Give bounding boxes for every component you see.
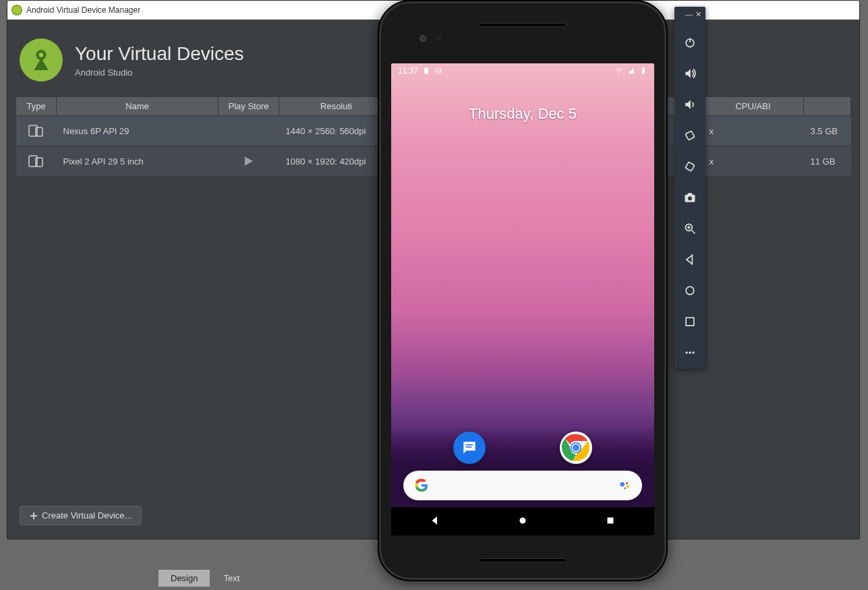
speaker-bottom (479, 558, 567, 562)
rotate-left-button[interactable] (681, 126, 699, 145)
overview-button[interactable] (681, 312, 699, 331)
rotate-right-button[interactable] (681, 157, 699, 176)
emulator-screen[interactable]: 11:37 Thursday, Dec 5 (391, 63, 654, 535)
col-size[interactable] (804, 97, 851, 116)
tab-text[interactable]: Text (211, 570, 252, 587)
svg-point-38 (692, 351, 694, 353)
app-messages[interactable] (453, 432, 486, 464)
volume-down-icon (683, 98, 697, 111)
speaker-top (479, 23, 567, 27)
svg-point-21 (520, 517, 526, 523)
back-icon (683, 253, 697, 266)
device-cpu: x (703, 116, 804, 146)
svg-point-28 (688, 196, 692, 200)
window-title: Android Virtual Device Manager (26, 5, 140, 15)
svg-point-34 (686, 287, 694, 295)
power-button[interactable] (681, 33, 699, 52)
play-store-cell (219, 116, 279, 146)
sensor (436, 35, 442, 40)
page-title: Your Virtual Devices (75, 43, 244, 65)
battery-icon (639, 67, 647, 75)
col-type[interactable]: Type (16, 97, 57, 116)
google-g-icon (414, 478, 429, 493)
overview-icon (683, 315, 697, 328)
android-studio-logo-icon (20, 38, 63, 82)
svg-point-20 (625, 488, 627, 490)
device-name: Nexus 6P API 29 (57, 116, 219, 146)
assistant-icon (618, 479, 631, 492)
zoom-icon (683, 222, 697, 235)
chrome-icon (561, 433, 591, 463)
sim-icon (422, 67, 430, 75)
volume-up-icon (683, 67, 697, 80)
device-resolution: 1440 × 2560: 560dpi (279, 116, 394, 146)
page-subtitle: Android Studio (75, 67, 244, 78)
nav-home-button[interactable] (517, 514, 529, 529)
tab-design[interactable]: Design (158, 570, 210, 587)
col-play-store[interactable]: Play Store (219, 97, 279, 116)
svg-point-16 (573, 444, 579, 451)
svg-rect-25 (685, 131, 695, 140)
editor-tabs: Design Text (158, 570, 252, 587)
plus-icon (30, 512, 38, 520)
svg-point-37 (689, 351, 691, 353)
wifi-icon (615, 67, 623, 75)
toolbar-minimize-button[interactable]: — (685, 11, 693, 18)
svg-point-36 (685, 351, 687, 353)
screenshot-button[interactable] (681, 188, 699, 207)
more-button[interactable] (681, 343, 699, 362)
front-camera (419, 35, 426, 42)
nav-overview-button[interactable] (604, 514, 616, 529)
home-button[interactable] (681, 281, 699, 300)
device-cpu: x (703, 146, 804, 177)
device-name: Pixel 2 API 29 5 inch (57, 146, 219, 177)
android-studio-icon (11, 5, 22, 16)
rotate-left-icon (683, 129, 697, 142)
svg-point-18 (626, 482, 628, 484)
emulator-device-frame: 11:37 Thursday, Dec 5 (378, 0, 668, 581)
home-date-widget[interactable]: Thursday, Dec 5 (391, 105, 654, 123)
play-store-icon (219, 146, 279, 177)
toolbar-close-button[interactable]: ✕ (695, 11, 701, 18)
app-chrome[interactable] (560, 432, 592, 464)
nav-back-button[interactable] (429, 514, 441, 529)
device-type-icon (16, 116, 57, 146)
svg-point-19 (627, 485, 629, 488)
svg-rect-9 (642, 68, 645, 73)
svg-rect-22 (608, 517, 614, 523)
col-resolution[interactable]: Resoluti (279, 97, 394, 116)
device-size: 11 GB (804, 146, 851, 177)
camera-icon (683, 191, 697, 204)
svg-point-1 (39, 53, 44, 57)
svg-rect-35 (686, 318, 694, 326)
svg-line-31 (692, 231, 695, 234)
device-size: 3.5 GB (804, 116, 851, 146)
volume-up-button[interactable] (681, 64, 699, 83)
home-icon (683, 284, 697, 297)
svg-rect-6 (424, 68, 428, 74)
col-cpu[interactable]: CPU/ABI (703, 97, 804, 116)
svg-rect-29 (688, 193, 693, 195)
svg-point-17 (620, 482, 625, 487)
android-status-bar[interactable]: 11:37 (398, 66, 647, 76)
col-name[interactable]: Name (57, 97, 219, 116)
back-button[interactable] (681, 250, 699, 269)
device-type-icon (16, 146, 57, 177)
google-search-bar[interactable] (403, 471, 642, 500)
signal-icon (627, 67, 635, 75)
svg-rect-10 (643, 67, 644, 68)
emulator-toolbar: — ✕ (674, 7, 705, 369)
status-time: 11:37 (398, 66, 418, 76)
more-icon (683, 346, 697, 359)
dnd-icon (434, 67, 442, 75)
volume-down-button[interactable] (681, 95, 699, 114)
device-resolution: 1080 × 1920: 420dpi (279, 146, 394, 177)
messages-icon (461, 439, 478, 456)
rotate-right-icon (683, 160, 697, 173)
svg-rect-26 (685, 162, 695, 171)
zoom-button[interactable] (681, 219, 699, 238)
android-nav-bar (391, 507, 654, 535)
create-virtual-device-button[interactable]: Create Virtual Device... (20, 506, 142, 525)
power-icon (683, 36, 697, 49)
